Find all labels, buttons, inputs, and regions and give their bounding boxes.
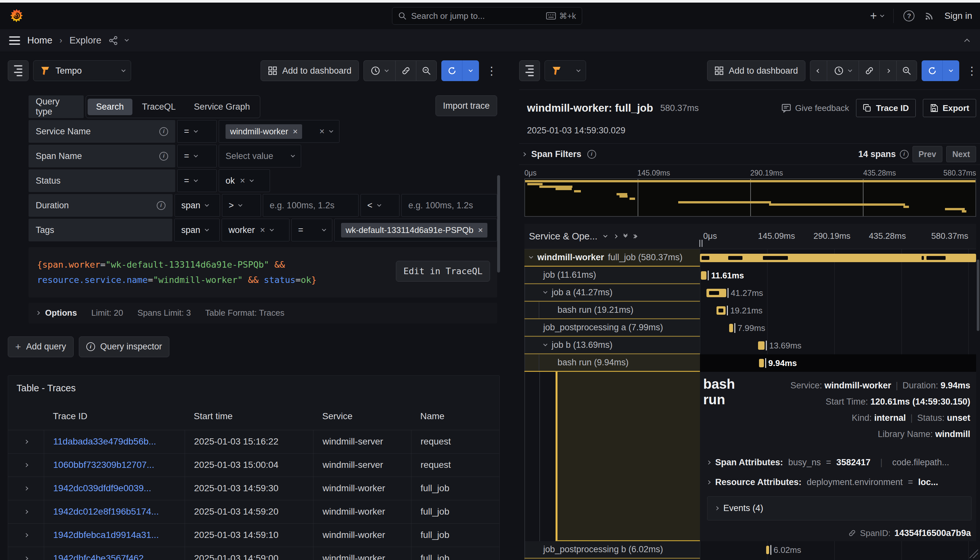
span-duration-bar[interactable] [701,271,707,280]
sign-in-button[interactable]: Sign in [944,11,972,21]
service-name-chip[interactable]: windmill-worker× [225,124,302,139]
share-icon[interactable] [108,36,118,45]
span-timeline-cell[interactable]: 6.02ms [700,541,976,559]
col-start-time[interactable]: Start time [185,411,313,422]
span-name-operator[interactable]: = [177,145,217,167]
span-row[interactable]: job_postprocessing b (6.02ms)6.02ms [524,541,976,559]
trace-id-link[interactable]: 1942dc012e8f196b5174... [53,507,159,517]
span-name-cell[interactable]: job b (13.69ms) [524,337,700,354]
trace-id-link[interactable]: 1942dbfc4be3567f462... [53,553,151,560]
tab-search[interactable]: Search [88,98,132,115]
query-outline-button[interactable] [519,60,540,81]
export-button[interactable]: Export [923,99,976,117]
span-row[interactable]: job a (41.27ms)41.27ms [524,284,976,302]
close-icon[interactable]: × [478,225,483,235]
span-duration-bar[interactable] [707,289,726,297]
span-timeline-cell[interactable]: 286.87ms [700,559,976,560]
trace-id-button[interactable]: Trace ID [856,99,915,117]
add-to-dashboard-button[interactable]: Add to dashboard [260,60,359,81]
close-icon[interactable]: × [260,225,265,235]
trace-minimap[interactable] [524,178,976,217]
span-filters-label[interactable]: Span Filters [531,149,582,159]
table-row[interactable]: 1060bbf732309b12707...2025-01-03 15:00:0… [8,453,499,477]
chevron-down-icon[interactable] [603,233,607,237]
grafana-logo-icon[interactable] [9,8,24,23]
col-name[interactable]: Name [411,411,499,422]
span-name-cell[interactable]: job_postprocessing b (6.02ms) [524,541,700,559]
chevron-right-icon[interactable] [522,152,526,157]
span-duration-bar[interactable] [759,359,763,367]
row-expander-icon[interactable] [8,463,44,467]
more-options-icon[interactable]: ⋮ [964,64,980,77]
service-name-value[interactable]: windmill-worker× × [219,120,340,143]
span-attributes-row[interactable]: Span Attributes: busy_ns = 3582417 | cod… [707,457,973,468]
link-icon[interactable] [848,529,856,537]
datasource-picker[interactable]: Tempo [33,60,131,81]
span-timeline-cell[interactable]: 13.69ms [700,337,976,354]
link-split-button[interactable] [858,60,879,81]
breadcrumb-home[interactable]: Home [27,35,52,46]
options-row[interactable]: Options Limit: 20 Spans Limit: 3 Table F… [28,303,497,323]
trace-id-link[interactable]: 11dabada33e479db56b... [53,437,156,447]
span-timeline-cell[interactable] [700,249,976,267]
events-section[interactable]: Events (4) [707,497,972,520]
span-expander-icon[interactable] [539,343,552,347]
time-picker-button[interactable] [827,60,858,81]
refresh-button[interactable] [922,60,942,81]
import-trace-button[interactable]: Import trace [435,95,497,116]
chevron-down-icon[interactable] [125,37,129,42]
shift-time-forward-button[interactable] [879,60,896,81]
trace-id-link[interactable]: 1942dbfebca1d9914a31... [53,530,159,540]
span-name-cell[interactable]: windmill-workerfull_job (580.37ms) [524,249,700,267]
breadcrumb-explore[interactable]: Explore [70,35,101,46]
span-row[interactable]: bash run (9.94ms)9.94ms [524,354,976,372]
row-expander-icon[interactable] [8,534,44,537]
resource-attributes-row[interactable]: Resource Attributes: deployment.environm… [707,477,973,487]
close-icon[interactable]: × [293,127,298,137]
zoom-out-button[interactable] [896,60,917,81]
chevron-right-icon[interactable] [613,234,618,238]
span-duration-bar[interactable] [717,306,726,315]
link-split-button[interactable] [395,60,416,81]
duration-lt-operator[interactable]: < [360,194,400,217]
help-icon[interactable]: ? [903,10,915,22]
time-picker-button[interactable] [363,60,395,81]
tags-key[interactable]: worker× [222,219,289,242]
row-expander-icon[interactable] [8,487,44,490]
tags-value[interactable]: wk-default-133114d6a91e-PSPQb× [334,219,497,242]
col-trace-id[interactable]: Trace ID [44,411,185,422]
span-expander-icon[interactable] [524,256,537,259]
table-row[interactable]: 1942dc012e8f196b5174...2025-01-03 14:59:… [8,500,499,523]
next-span-button[interactable]: Next [946,146,976,162]
expand-all-icon[interactable] [634,235,637,238]
service-name-operator[interactable]: = [177,120,217,143]
col-service[interactable]: Service [313,411,411,422]
tags-scope[interactable]: span [174,219,220,242]
left-scrollbar[interactable] [497,175,500,273]
row-expander-icon[interactable] [8,557,44,560]
span-name-cell[interactable]: job c (286.87ms) [524,559,700,560]
add-query-button[interactable]: +Add query [8,337,74,357]
refresh-button[interactable] [441,60,462,81]
clear-all-icon[interactable]: × [319,127,325,137]
trace-id-link[interactable]: 1942dc039dfdf9e0039... [53,483,151,493]
span-row[interactable]: job c (286.87ms)286.87ms [524,559,976,560]
tags-operator[interactable]: = [292,219,332,242]
add-to-dashboard-button[interactable]: Add to dashboard [707,60,805,81]
status-value[interactable]: ok× [219,169,270,192]
prev-span-button[interactable]: Prev [913,146,942,162]
table-row[interactable]: 1942dbfebca1d9914a31...2025-01-03 14:59:… [8,523,499,547]
table-row[interactable]: 1942dc039dfdf9e0039...2025-01-03 14:59:3… [8,477,499,500]
table-row[interactable]: 11dabada33e479db56b...2025-01-03 15:16:2… [8,430,499,453]
span-name-cell[interactable]: job a (41.27ms) [524,284,700,302]
span-row[interactable]: windmill-workerfull_job (580.37ms) [524,249,976,267]
tags-value-chip[interactable]: wk-default-133114d6a91e-PSPQb× [341,223,487,237]
shift-time-back-button[interactable] [810,60,827,81]
span-duration-bar[interactable] [758,341,765,350]
span-row[interactable]: job_postprocessing a (7.99ms)7.99ms [524,319,976,337]
duration-scope[interactable]: span [175,194,220,217]
duration-min-input[interactable]: e.g. 100ms, 1.2s [263,194,358,217]
news-rss-icon[interactable] [924,11,935,21]
span-duration-bar[interactable] [729,324,733,332]
span-expander-icon[interactable] [539,291,552,294]
